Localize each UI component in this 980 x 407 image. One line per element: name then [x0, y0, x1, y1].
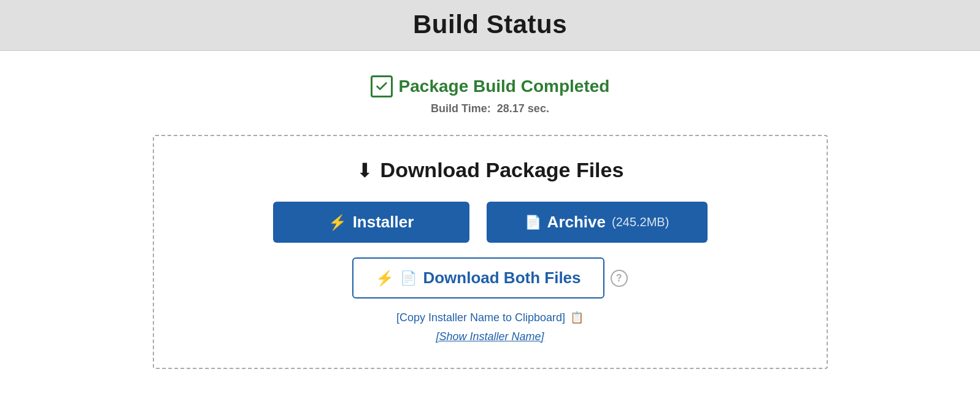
- section-title-row: ⬇ Download Package Files: [357, 158, 624, 182]
- show-installer-name-link[interactable]: [Show Installer Name]: [436, 330, 544, 343]
- build-time-label: Build Time:: [431, 102, 491, 115]
- archive-button[interactable]: 📄 Archive (245.2MB): [487, 202, 708, 243]
- installer-button[interactable]: ⚡ Installer: [273, 202, 469, 243]
- clipboard-icon: 📋: [570, 311, 584, 324]
- copy-row: [Copy Installer Name to Clipboard] 📋: [396, 311, 584, 324]
- bolt-icon: ⚡: [328, 214, 347, 231]
- build-time-value: 28.17 sec.: [497, 102, 549, 115]
- check-icon: [371, 75, 393, 97]
- main-buttons-row: ⚡ Installer 📄 Archive (245.2MB): [273, 202, 708, 243]
- page-title: Build Status: [0, 10, 980, 39]
- header-bar: Build Status: [0, 0, 980, 51]
- installer-button-label: Installer: [353, 213, 414, 232]
- build-time: Build Time: 28.17 sec.: [431, 102, 549, 115]
- bolt-both-icon: ⚡: [376, 270, 394, 287]
- download-both-button[interactable]: ⚡ 📄 Download Both Files: [352, 257, 604, 299]
- status-row: Package Build Completed: [371, 75, 610, 97]
- download-both-wrapper: ⚡ 📄 Download Both Files ?: [352, 257, 627, 299]
- copy-installer-link[interactable]: [Copy Installer Name to Clipboard]: [396, 311, 565, 324]
- status-text: Package Build Completed: [399, 77, 610, 96]
- download-arrow-icon: ⬇: [357, 159, 373, 182]
- download-section: ⬇ Download Package Files ⚡ Installer 📄 A…: [153, 135, 828, 369]
- main-content: Package Build Completed Build Time: 28.1…: [0, 51, 980, 369]
- archive-size: (245.2MB): [612, 215, 669, 229]
- help-icon[interactable]: ?: [611, 270, 628, 287]
- archive-file-icon: 📄: [525, 215, 541, 230]
- both-button-label: Download Both Files: [423, 268, 581, 287]
- section-title: Download Package Files: [380, 158, 624, 182]
- archive-button-label: Archive: [547, 213, 606, 232]
- file-both-icon: 📄: [400, 270, 417, 286]
